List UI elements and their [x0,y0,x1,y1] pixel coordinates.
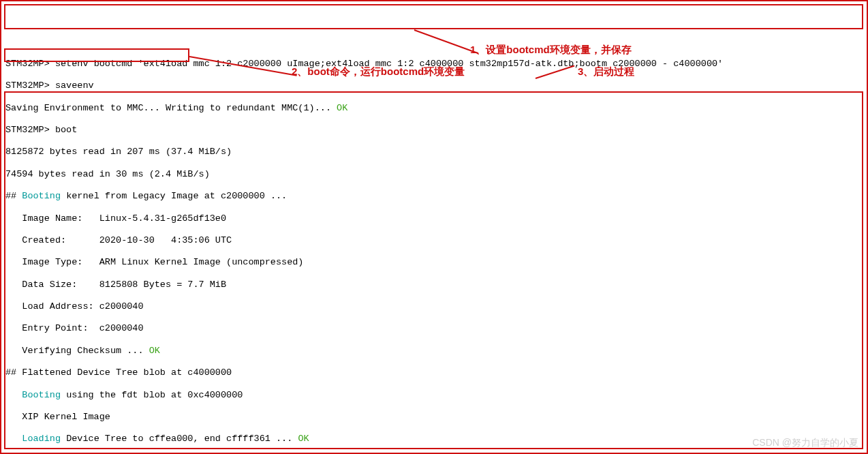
annotation-label-1: 1、设置bootcmd环境变量，并保存 [470,44,632,56]
terminal-line: 74594 bytes read in 30 ms (2.4 MiB/s) [5,169,863,180]
annotation-box-commands [4,4,863,29]
annotation-label-2: 2、boot命令，运行bootcmd环境变量 [292,65,465,78]
terminal-line: Verifying Checksum ... OK [5,346,863,357]
terminal-line: Data Size: 8125808 Bytes = 7.7 MiB [5,279,863,290]
terminal-line: Saving Environment to MMC... Writing to … [5,103,863,114]
annotation-label-3: 3、启动过程 [578,65,634,78]
terminal-line: 8125872 bytes read in 207 ms (37.4 MiB/s… [5,147,863,157]
terminal-line: Loading Device Tree to cffea000, end cff… [5,434,863,444]
terminal-line: Entry Point: c2000040 [5,323,863,334]
terminal-line: Load Address: c2000040 [5,301,863,312]
terminal-line: Booting using the fdt blob at 0xc4000000 [5,390,863,401]
annotation-connector-1 [414,29,479,54]
terminal-line: ## Flattened Device Tree blob at c400000… [5,367,863,378]
terminal-line: Image Name: Linux-5.4.31-g265df13e0 [5,213,863,224]
terminal-line: Image Type: ARM Linux Kernel Image (unco… [5,257,863,268]
terminal-line: Created: 2020-10-30 4:35:06 UTC [5,235,863,246]
terminal-line: ## Booting kernel from Legacy Image at c… [5,191,863,202]
terminal-line: XIP Kernel Image [5,412,863,423]
terminal-line: STM32MP> boot [5,125,863,136]
watermark: CSDN @努力自学的小夏 [752,437,858,449]
terminal-line: STM32MP> saveenv [5,80,863,91]
